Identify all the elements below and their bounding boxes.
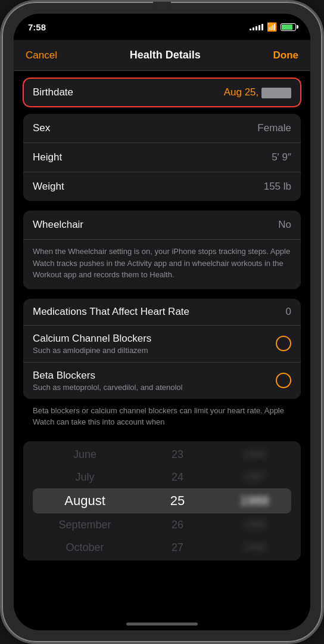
medications-header-row[interactable]: Medications That Affect Heart Rate 0	[23, 299, 301, 326]
home-indicator	[126, 623, 198, 626]
picker-item-selected: 25	[147, 488, 208, 513]
wheelchair-description: When the Wheelchair setting is on, your …	[23, 240, 301, 289]
picker-item: September	[23, 513, 147, 536]
medications-section: Medications That Affect Heart Rate 0 Cal…	[23, 299, 301, 399]
picker-item: June	[23, 443, 147, 466]
page-title: Health Details	[130, 49, 201, 61]
picker-item: 1991	[208, 559, 301, 561]
picker-item: 27	[147, 536, 208, 559]
weight-label: Weight	[33, 181, 64, 193]
wheelchair-row[interactable]: Wheelchair No	[23, 210, 301, 240]
wheelchair-value: No	[278, 219, 291, 231]
battery-fill	[282, 24, 292, 30]
phone-screen: 7:58 📶 Cancel Health Details Done	[14, 14, 310, 630]
height-label: Height	[33, 151, 62, 163]
wifi-icon: 📶	[267, 22, 277, 32]
personal-info-section: Sex Female Height 5′ 9″ Weight 155 lb	[23, 114, 301, 201]
beta-row[interactable]: Beta Blockers Such as metoprolol, carved…	[23, 363, 301, 399]
beta-radio[interactable]	[276, 373, 291, 388]
status-icons: 📶	[250, 22, 296, 32]
weight-value: 155 lb	[264, 181, 291, 193]
status-bar: 7:58 📶	[14, 14, 310, 40]
beta-info: Beta Blockers Such as metoprolol, carved…	[33, 370, 276, 392]
medications-header-value: 0	[286, 306, 291, 318]
sex-label: Sex	[33, 122, 50, 134]
phone-frame: 7:58 📶 Cancel Health Details Done	[0, 0, 324, 644]
sex-value: Female	[257, 122, 291, 134]
picker-item: 1990	[208, 536, 301, 559]
picker-item: 1989	[208, 513, 301, 536]
picker-item: 23	[147, 443, 208, 466]
picker-item-selected: August	[23, 488, 147, 513]
nav-bar: Cancel Health Details Done	[14, 40, 310, 71]
picker-item-selected: 1988	[208, 488, 301, 513]
picker-item: November	[23, 559, 147, 561]
wheelchair-section: Wheelchair No When the Wheelchair settin…	[23, 210, 301, 289]
medications-header-label: Medications That Affect Heart Rate	[33, 306, 189, 318]
calcium-title: Calcium Channel Blockers	[33, 333, 276, 345]
date-picker[interactable]: May June July August September October N…	[23, 441, 301, 561]
picker-month-column[interactable]: May June July August September October N…	[23, 441, 147, 561]
weight-row[interactable]: Weight 155 lb	[23, 172, 301, 201]
done-button[interactable]: Done	[273, 49, 299, 61]
calcium-subtitle: Such as amlodipine and diltiazem	[33, 346, 276, 355]
picker-item: 1987	[208, 466, 301, 488]
picker-year-column[interactable]: 1985 1986 1987 1988 1989 1990 1991	[208, 441, 301, 561]
picker-item: 1986	[208, 443, 301, 466]
beta-subtitle: Such as metoprolol, carvedilol, and aten…	[33, 383, 276, 392]
status-time: 7:58	[28, 22, 46, 32]
cancel-button[interactable]: Cancel	[26, 49, 57, 61]
picker-day-column[interactable]: 22 23 24 25 26 27 28	[147, 441, 208, 561]
calcium-info: Calcium Channel Blockers Such as amlodip…	[33, 333, 276, 355]
notch	[153, 2, 171, 7]
sex-row[interactable]: Sex Female	[23, 114, 301, 143]
beta-title: Beta Blockers	[33, 370, 276, 382]
birthdate-label: Birthdate	[33, 86, 73, 98]
height-row[interactable]: Height 5′ 9″	[23, 143, 301, 172]
picker-item: 24	[147, 466, 208, 488]
picker-item: 28	[147, 559, 208, 561]
wheelchair-label: Wheelchair	[33, 219, 83, 231]
picker-item: July	[23, 466, 147, 488]
birthdate-year-blur	[261, 88, 291, 98]
picker-item: 26	[147, 513, 208, 536]
birthdate-row[interactable]: Birthdate Aug 25,	[23, 78, 301, 107]
calcium-row[interactable]: Calcium Channel Blockers Such as amlodip…	[23, 326, 301, 363]
battery-icon	[281, 23, 296, 31]
calcium-radio[interactable]	[276, 336, 291, 351]
birthdate-value: Aug 25,	[224, 86, 291, 98]
picker-columns: May June July August September October N…	[23, 441, 301, 561]
height-value: 5′ 9″	[272, 151, 291, 163]
picker-item: October	[23, 536, 147, 559]
signal-bars-icon	[250, 23, 263, 30]
content-area: Birthdate Aug 25, Sex Female Height 5′ 9…	[14, 71, 310, 630]
wheelchair-description-text: When the Wheelchair setting is on, your …	[33, 247, 290, 279]
medications-note: Beta blockers or calcium channel blocker…	[23, 399, 301, 434]
